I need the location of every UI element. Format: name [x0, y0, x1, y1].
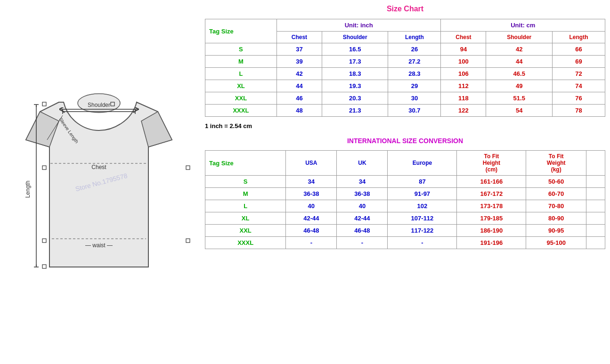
intl-empty-header — [586, 151, 605, 176]
chest-cm-cell: 100 — [441, 56, 486, 68]
weight-cell: 95-100 — [526, 237, 586, 249]
intl-tag-cell: XXL — [205, 225, 286, 237]
shoulder-cm-cell: 42 — [486, 43, 553, 56]
chest-cm-cell: 118 — [441, 92, 486, 105]
intl-tag-cell: XL — [205, 212, 286, 225]
table-row: L 40 40 102 173-178 70-80 — [205, 200, 605, 212]
europe-cell: 102 — [388, 200, 457, 212]
tshirt-diagram-panel: Shoulder — [0, 0, 203, 364]
europe-cell: - — [388, 237, 457, 249]
intl-tag-size-label: Tag Size — [209, 160, 234, 167]
table-row: M 36-38 36-38 91-97 167-172 60-70 — [205, 188, 605, 200]
weight-cell: 80-90 — [526, 212, 586, 225]
cm-chest-header: Chest — [441, 32, 486, 43]
chest-inch-cell: 44 — [277, 80, 322, 92]
table-row: S 34 34 87 161-166 50-60 — [205, 176, 605, 188]
usa-cell: 36-38 — [286, 188, 337, 200]
tag-size-header: Tag Size — [205, 19, 277, 43]
svg-text:Chest: Chest — [91, 164, 106, 170]
right-panel: Size Chart Tag Size Unit: inch Unit: cm … — [203, 0, 610, 364]
shoulder-cm-cell: 54 — [486, 105, 553, 117]
intl-tag-cell: S — [205, 176, 286, 188]
conversion-note: 1 inch = 2.54 cm — [205, 121, 605, 131]
intl-usa-header: USA — [286, 151, 337, 176]
shoulder-inch-cell: 21.3 — [322, 105, 388, 117]
usa-cell: 42-44 — [286, 212, 337, 225]
uk-cell: 36-38 — [337, 188, 388, 200]
empty-cell — [586, 237, 605, 249]
uk-cell: 34 — [337, 176, 388, 188]
svg-text:— waist —: — waist — — [85, 242, 113, 249]
empty-cell — [586, 176, 605, 188]
chest-inch-cell: 42 — [277, 68, 322, 80]
length-cm-cell: 66 — [553, 43, 605, 56]
shoulder-inch-cell: 18.3 — [322, 68, 388, 80]
size-chart-title: Size Chart — [205, 5, 605, 13]
empty-cell — [586, 212, 605, 225]
tag-size-cell: XL — [205, 80, 277, 92]
europe-cell: 107-112 — [388, 212, 457, 225]
shoulder-inch-cell: 19.3 — [322, 80, 388, 92]
svg-rect-16 — [42, 166, 46, 170]
table-row: XXL 46-48 46-48 117-122 186-190 90-95 — [205, 225, 605, 237]
uk-cell: 46-48 — [337, 225, 388, 237]
svg-rect-19 — [186, 166, 190, 170]
uk-cell: 40 — [337, 200, 388, 212]
intl-europe-header: Europe — [388, 151, 457, 176]
unit-inch-header: Unit: inch — [277, 19, 441, 32]
shoulder-inch-cell: 17.3 — [322, 56, 388, 68]
intl-tag-cell: M — [205, 188, 286, 200]
length-cm-cell: 74 — [553, 80, 605, 92]
empty-cell — [586, 188, 605, 200]
length-inch-cell: 30.7 — [388, 105, 441, 117]
intl-height-header: To FitHeight(cm) — [457, 151, 526, 176]
shoulder-cm-cell: 46.5 — [486, 68, 553, 80]
shoulder-cm-cell: 51.5 — [486, 92, 553, 105]
intl-title: INTERNATIONAL SIZE CONVERSION — [205, 137, 605, 145]
europe-cell: 87 — [388, 176, 457, 188]
height-cell: 191-196 — [457, 237, 526, 249]
table-row: L 42 18.3 28.3 106 46.5 72 — [205, 68, 605, 80]
length-cm-cell: 76 — [553, 92, 605, 105]
tag-size-cell: XXL — [205, 92, 277, 105]
svg-rect-20 — [186, 239, 190, 243]
chest-cm-cell: 106 — [441, 68, 486, 80]
table-row: M 39 17.3 27.2 100 44 69 — [205, 56, 605, 68]
height-cell: 179-185 — [457, 212, 526, 225]
table-row: XXXL 48 21.3 30.7 122 54 78 — [205, 105, 605, 117]
length-cm-cell: 72 — [553, 68, 605, 80]
table-row: S 37 16.5 26 94 42 66 — [205, 43, 605, 56]
shoulder-inch-cell: 16.5 — [322, 43, 388, 56]
shoulder-inch-cell: 20.3 — [322, 92, 388, 105]
tshirt-svg: Shoulder — [12, 65, 191, 300]
usa-cell: - — [286, 237, 337, 249]
svg-text:Length: Length — [24, 180, 31, 198]
chest-cm-cell: 122 — [441, 105, 486, 117]
uk-cell: 42-44 — [337, 212, 388, 225]
intl-uk-header: UK — [337, 151, 388, 176]
chest-inch-cell: 39 — [277, 56, 322, 68]
table-row: XL 44 19.3 29 112 49 74 — [205, 80, 605, 92]
cm-shoulder-header: Shoulder — [486, 32, 553, 43]
size-chart-table: Tag Size Unit: inch Unit: cm Chest Shoul… — [205, 19, 605, 117]
chest-cm-cell: 94 — [441, 43, 486, 56]
europe-cell: 117-122 — [388, 225, 457, 237]
inch-chest-header: Chest — [277, 32, 322, 43]
intl-weight-header: To FitWeight(kg) — [526, 151, 586, 176]
empty-cell — [586, 200, 605, 212]
length-inch-cell: 26 — [388, 43, 441, 56]
intl-tag-cell: XXXL — [205, 237, 286, 249]
table-row: XXL 46 20.3 30 118 51.5 76 — [205, 92, 605, 105]
length-cm-cell: 78 — [553, 105, 605, 117]
weight-cell: 60-70 — [526, 188, 586, 200]
tag-size-cell: L — [205, 68, 277, 80]
weight-cell: 70-80 — [526, 200, 586, 212]
table-row: XXXL - - - 191-196 95-100 — [205, 237, 605, 249]
height-cell: 173-178 — [457, 200, 526, 212]
europe-cell: 91-97 — [388, 188, 457, 200]
weight-cell: 90-95 — [526, 225, 586, 237]
weight-cell: 50-60 — [526, 176, 586, 188]
empty-cell — [586, 225, 605, 237]
tag-size-cell: XXXL — [205, 105, 277, 117]
tag-size-cell: S — [205, 43, 277, 56]
